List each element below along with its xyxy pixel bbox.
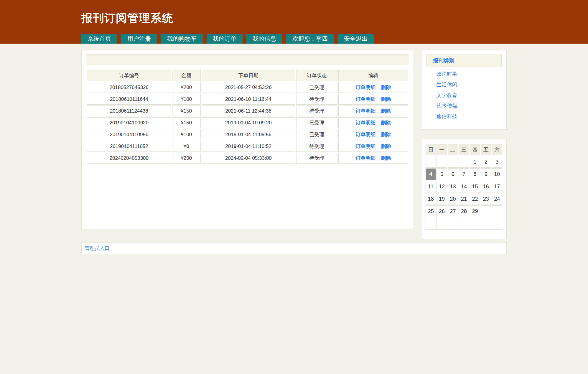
category-item: 文学教育 [436, 92, 502, 99]
order-edit-cell: 订单明细删除 [338, 153, 408, 164]
calendar-week-row: 18192021222324 [426, 193, 502, 205]
nav-orders[interactable]: 我的订单 [207, 34, 243, 44]
order-date: 2021-05-27 04:53:26 [202, 82, 295, 93]
order-amount: ¥150 [172, 117, 201, 128]
calendar-empty-cell [426, 156, 436, 168]
nav-register[interactable]: 用户注册 [121, 34, 157, 44]
order-edit-cell: 订单明细删除 [338, 117, 408, 128]
order-id: 20190104100920 [87, 117, 171, 128]
order-status: 待受理 [296, 153, 337, 164]
content-row: 订单编号金额下单日期订单状态编辑 20180527045326¥2002021-… [81, 50, 507, 239]
orders-col-header: 编辑 [338, 70, 408, 81]
calendar-day: 10 [492, 168, 502, 180]
orders-col-header: 下单日期 [202, 70, 295, 81]
category-link[interactable]: 通信科技 [436, 113, 457, 119]
order-status: 待受理 [296, 106, 337, 116]
category-link[interactable]: 政法时事 [436, 71, 457, 77]
order-edit-cell: 订单明细删除 [338, 141, 408, 152]
calendar-day: 22 [470, 193, 480, 205]
calendar-empty-cell [448, 156, 458, 168]
order-status: 已受理 [296, 82, 337, 93]
order-delete-link[interactable]: 删除 [381, 96, 391, 102]
calendar-week-row [426, 218, 502, 230]
calendar-week-row: 45678910 [426, 168, 502, 180]
order-delete-link[interactable]: 删除 [381, 155, 391, 161]
order-detail-link[interactable]: 订单明细 [355, 96, 375, 102]
order-date: 2021-06-10 11:16:44 [202, 94, 295, 105]
calendar-day: 3 [492, 156, 502, 168]
calendar-day: 6 [448, 168, 458, 180]
categories-title-strip: 报刊类别 [426, 55, 502, 67]
order-id: 20180527045326 [87, 82, 171, 93]
order-detail-link[interactable]: 订单明细 [355, 120, 375, 126]
calendar-selected-day: 4 [426, 168, 436, 180]
category-item: 通信科技 [436, 113, 502, 120]
main-nav: 系统首页用户注册我的购物车我的订单我的信息欢迎您：李四安全退出 [81, 34, 507, 44]
calendar-empty-cell [470, 218, 480, 230]
calendar-day: 29 [470, 205, 480, 217]
calendar-day: 23 [481, 193, 491, 205]
order-detail-link[interactable]: 订单明细 [355, 108, 375, 114]
categories-title: 报刊类别 [433, 58, 454, 64]
calendar-day: 7 [459, 168, 469, 180]
calendar-day: 27 [448, 205, 458, 217]
order-delete-link[interactable]: 删除 [381, 144, 391, 149]
order-id: 20180611124438 [87, 106, 171, 116]
order-delete-link[interactable]: 删除 [381, 85, 391, 90]
orders-table: 订单编号金额下单日期订单状态编辑 20180527045326¥2002021-… [86, 69, 409, 164]
order-edit-cell: 订单明细删除 [338, 129, 408, 140]
order-edit-cell: 订单明细删除 [338, 94, 408, 105]
order-date: 2021-06-11 12:44:38 [202, 106, 295, 116]
calendar-empty-cell [459, 156, 469, 168]
orders-col-header: 金额 [172, 70, 201, 81]
calendar-weekday: 六 [492, 144, 502, 155]
calendar-day: 15 [470, 181, 480, 192]
nav-home[interactable]: 系统首页 [81, 34, 117, 44]
category-link[interactable]: 文学教育 [436, 92, 457, 98]
order-date: 2019-01-04 11:10:52 [202, 141, 295, 152]
sidebar: 报刊类别 政法时事生活休闲文学教育艺术传媒通信科技 日一二三四五六 123456… [421, 50, 507, 239]
category-link[interactable]: 艺术传媒 [436, 103, 457, 109]
calendar-week-row: 123 [426, 156, 502, 168]
calendar-day: 16 [481, 181, 491, 192]
order-delete-link[interactable]: 删除 [381, 120, 391, 126]
calendar-weekday: 二 [448, 144, 458, 155]
calendar-empty-cell [437, 156, 447, 168]
calendar-weekday: 日 [426, 144, 436, 155]
nav-logout[interactable]: 安全退出 [338, 34, 374, 44]
calendar-day: 13 [448, 181, 458, 192]
nav-cart[interactable]: 我的购物车 [161, 34, 203, 44]
order-row: 20180611124438¥1502021-06-11 12:44:38待受理… [87, 106, 408, 116]
order-detail-link[interactable]: 订单明细 [355, 132, 375, 137]
order-id: 20190104111052 [87, 141, 171, 152]
category-link[interactable]: 生活休闲 [436, 82, 457, 88]
order-date: 2019-01-04 10:09:20 [202, 117, 295, 128]
categories-list: 政法时事生活休闲文学教育艺术传媒通信科技 [426, 70, 502, 120]
order-detail-link[interactable]: 订单明细 [355, 144, 375, 149]
calendar-day: 12 [437, 181, 447, 192]
order-delete-link[interactable]: 删除 [381, 132, 391, 137]
calendar-day: 5 [437, 168, 447, 180]
order-date: 2019-01-04 11:09:56 [202, 129, 295, 140]
order-edit-cell: 订单明细删除 [338, 82, 408, 93]
nav-profile[interactable]: 我的信息 [246, 34, 282, 44]
order-row: 20180527045326¥2002021-05-27 04:53:26已受理… [87, 82, 408, 93]
calendar-day: 24 [492, 193, 502, 205]
admin-entry-link[interactable]: 管理员入口 [85, 246, 110, 251]
calendar-day: 2 [481, 156, 491, 168]
calendar-weekday: 四 [470, 144, 480, 155]
calendar-empty-cell [459, 218, 469, 230]
calendar-empty-cell [448, 218, 458, 230]
calendar-panel: 日一二三四五六 12345678910111213141516171819202… [421, 139, 507, 239]
order-detail-link[interactable]: 订单明细 [355, 155, 375, 161]
order-id: 20190104110956 [87, 129, 171, 140]
order-delete-link[interactable]: 删除 [381, 108, 391, 114]
order-row: 20190104111052¥02019-01-04 11:10:52待受理订单… [87, 141, 408, 152]
order-row: 20240204053300¥2002024-02-04 05:33:00待受理… [87, 153, 408, 164]
orders-panel: 订单编号金额下单日期订单状态编辑 20180527045326¥2002021-… [81, 50, 414, 229]
calendar-empty-cell [481, 205, 491, 217]
order-detail-link[interactable]: 订单明细 [355, 85, 375, 90]
order-row: 20190104110956¥1002019-01-04 11:09:56已受理… [87, 129, 408, 140]
calendar-weekday: 一 [437, 144, 447, 155]
order-edit-cell: 订单明细删除 [338, 106, 408, 116]
